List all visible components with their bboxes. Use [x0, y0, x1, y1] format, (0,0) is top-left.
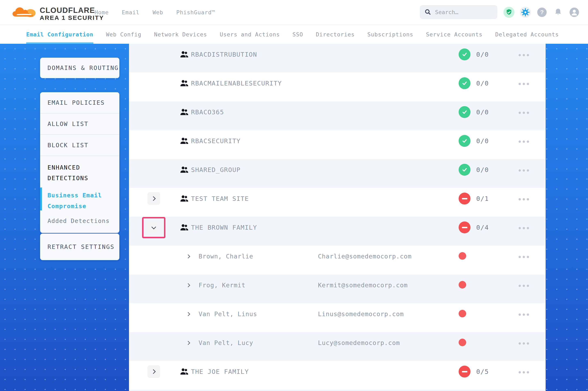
member-count: 0/4: [476, 224, 489, 231]
group-row: RBACO365 0/0: [129, 101, 546, 130]
sidebar-card-retract-settings[interactable]: RETRACT SETTINGS: [40, 234, 119, 260]
group-icon: [179, 165, 189, 175]
group-icon: [179, 136, 189, 146]
sidebar-item-retract-settings[interactable]: RETRACT SETTINGS: [47, 243, 115, 250]
tab-email-configuration[interactable]: Email Configuration: [26, 25, 93, 44]
expand-toggle-button[interactable]: [147, 221, 160, 234]
member-name: Brown, Charlie: [199, 253, 253, 260]
member-email: Linus@somedemocorp.com: [318, 310, 404, 318]
row-menu-button[interactable]: [517, 80, 531, 87]
tab-delegated-accounts[interactable]: Delegated Accounts: [495, 25, 559, 44]
row-menu-button[interactable]: [517, 311, 531, 318]
row-menu-button[interactable]: [517, 253, 531, 260]
member-email: Kermit@somedemocorp.com: [318, 282, 408, 289]
member-count: 0/0: [476, 108, 489, 116]
row-menu-button[interactable]: [517, 340, 531, 347]
minus-icon: [462, 198, 467, 199]
check-icon: [461, 80, 468, 87]
logo-subtitle: AREA 1 SECURITY: [40, 14, 104, 21]
group-row: SHARED_GROUP 0/0: [129, 159, 546, 188]
member-name: Frog, Kermit: [199, 282, 246, 289]
top-nav: Home Email Web PhishGuard™: [95, 0, 215, 24]
help-icon[interactable]: ?: [537, 7, 547, 17]
nav-home[interactable]: Home: [95, 9, 109, 15]
sidebar-card-domains-routing[interactable]: DOMAINS & ROUTING: [40, 58, 119, 78]
expand-chevron-icon[interactable]: [186, 254, 190, 259]
status-badge: [459, 221, 470, 233]
row-menu-button[interactable]: [517, 138, 531, 145]
search-input[interactable]: [435, 9, 489, 15]
table-row-spacer: [129, 390, 546, 391]
tab-users-and-actions[interactable]: Users and Actions: [220, 25, 280, 44]
sidebar-item-business-email-compromise[interactable]: Business Email Compromise: [40, 186, 119, 214]
tab-web-config[interactable]: Web Config: [106, 25, 142, 44]
nav-phishguard[interactable]: PhishGuard™: [176, 9, 215, 15]
shield-check-icon[interactable]: [503, 7, 515, 18]
row-menu-button[interactable]: [517, 167, 531, 174]
group-row: THE BROWN FAMILY 0/4: [129, 217, 546, 246]
chevron-icon: [151, 196, 156, 201]
group-row: RBACSECURITY 0/0: [129, 130, 546, 159]
group-icon: [179, 222, 189, 232]
sidebar-item-block-list[interactable]: BLOCK LIST: [40, 134, 119, 156]
group-name: RBACSECURITY: [191, 137, 241, 145]
sidebar-item-allow-list[interactable]: ALLOW LIST: [40, 113, 119, 134]
expand-toggle-button[interactable]: [147, 192, 160, 205]
group-name: RBACDISTRUBUTION: [191, 51, 257, 58]
status-badge: [459, 106, 470, 118]
nav-email[interactable]: Email: [122, 9, 140, 15]
group-name: RBACMAILENABLESECURITY: [191, 80, 282, 87]
status-badge: [459, 193, 470, 204]
group-icon: [179, 49, 189, 59]
expand-chevron-icon[interactable]: [186, 312, 190, 316]
member-row: Van Pelt, Lucy Lucy@somedemocorp.com: [129, 332, 546, 361]
row-menu-button[interactable]: [517, 224, 531, 231]
enhanced-detections-title: ENHANCED DETECTIONS: [47, 162, 111, 184]
tab-network-devices[interactable]: Network Devices: [154, 25, 207, 44]
row-menu-button[interactable]: [517, 196, 531, 203]
status-dot: [459, 281, 466, 289]
row-menu-button[interactable]: [517, 369, 531, 376]
tab-directories[interactable]: Directories: [316, 25, 355, 44]
status-dot: [459, 339, 466, 346]
expand-chevron-icon[interactable]: [186, 283, 190, 287]
member-name: Van Pelt, Linus: [199, 310, 257, 318]
search-box[interactable]: [420, 5, 497, 19]
gear-icon[interactable]: [520, 7, 531, 18]
cloudflare-cloud-icon: [12, 4, 37, 20]
group-name: RBACO365: [191, 108, 224, 116]
row-menu-button[interactable]: [517, 52, 531, 59]
sidebar-item-added-detections[interactable]: Added Detections: [40, 214, 119, 233]
check-icon: [461, 166, 468, 173]
tab-service-accounts[interactable]: Service Accounts: [426, 25, 483, 44]
status-dot: [459, 252, 466, 260]
group-icon: [179, 194, 189, 203]
row-menu-button[interactable]: [517, 109, 531, 116]
expand-chevron-icon[interactable]: [186, 341, 190, 345]
group-icon: [179, 367, 189, 377]
row-menu-button[interactable]: [517, 282, 531, 289]
group-icon: [179, 78, 189, 88]
group-row: THE JOE FAMILY 0/5: [129, 361, 546, 390]
expand-toggle-button[interactable]: [147, 365, 160, 378]
member-row: Frog, Kermit Kermit@somedemocorp.com: [129, 275, 546, 303]
member-count: 0/5: [476, 368, 489, 375]
member-count: 0/0: [476, 166, 489, 173]
group-row: TEST TEAM SITE 0/1: [129, 188, 546, 217]
status-badge: [459, 366, 470, 378]
sidebar-section-enhanced-detections: ENHANCED DETECTIONS: [40, 156, 119, 186]
group-name: THE JOE FAMILY: [191, 368, 249, 375]
check-icon: [461, 137, 468, 144]
tab-sso[interactable]: SSO: [293, 25, 303, 44]
member-email: Lucy@somedemocorp.com: [318, 339, 400, 346]
sidebar-item-domains-routing[interactable]: DOMAINS & ROUTING: [47, 64, 119, 71]
group-icon: [179, 107, 189, 117]
tab-subscriptions[interactable]: Subscriptions: [367, 25, 413, 44]
notifications-icon[interactable]: [553, 7, 563, 17]
status-badge: [459, 48, 470, 60]
sidebar-item-email-policies[interactable]: EMAIL POLICIES: [40, 92, 119, 113]
member-row: Brown, Charlie Charlie@somedemocorp.com: [129, 246, 546, 275]
nav-web[interactable]: Web: [152, 9, 163, 15]
group-row: RBACMAILENABLESECURITY 0/0: [129, 73, 546, 101]
account-icon[interactable]: [570, 7, 579, 17]
